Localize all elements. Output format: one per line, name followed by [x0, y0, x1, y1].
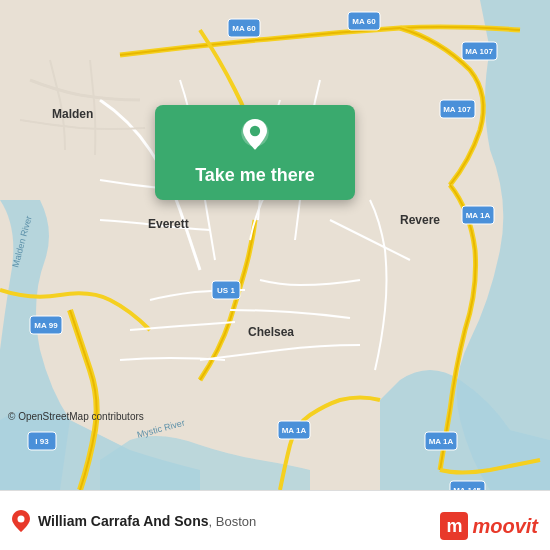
moovit-m-icon: m — [440, 512, 468, 540]
bottom-bar: William Carrafa And Sons, Boston m moovi… — [0, 490, 550, 550]
svg-text:MA 107: MA 107 — [465, 47, 493, 56]
svg-text:MA 60: MA 60 — [232, 24, 256, 33]
svg-text:MA 145: MA 145 — [453, 486, 481, 490]
place-city: Boston — [216, 514, 256, 529]
svg-text:Everett: Everett — [148, 217, 189, 231]
place-info: William Carrafa And Sons, Boston — [38, 512, 256, 530]
place-city-separator: , — [209, 514, 216, 529]
svg-text:US 1: US 1 — [217, 286, 235, 295]
svg-text:I 93: I 93 — [35, 437, 49, 446]
svg-text:MA 1A: MA 1A — [466, 211, 491, 220]
svg-text:MA 60: MA 60 — [352, 17, 376, 26]
svg-text:MA 107: MA 107 — [443, 105, 471, 114]
place-name: William Carrafa And Sons — [38, 513, 209, 529]
map-container: MA 60 MA 60 MA 107 MA 107 MA 1A US 1 MA … — [0, 0, 550, 490]
take-me-there-label: Take me there — [195, 165, 315, 186]
svg-text:Chelsea: Chelsea — [248, 325, 294, 339]
svg-point-32 — [18, 515, 25, 522]
osm-attribution: © OpenStreetMap contributors — [8, 411, 144, 422]
svg-text:MA 1A: MA 1A — [282, 426, 307, 435]
svg-text:Malden: Malden — [52, 107, 93, 121]
svg-text:MA 99: MA 99 — [34, 321, 58, 330]
moovit-logo: m moovit — [440, 512, 538, 540]
svg-text:Revere: Revere — [400, 213, 440, 227]
moovit-text: moovit — [472, 515, 538, 538]
location-pin-small-icon — [12, 510, 30, 532]
svg-text:MA 1A: MA 1A — [429, 437, 454, 446]
take-me-there-popup[interactable]: Take me there — [155, 105, 355, 200]
svg-point-31 — [250, 126, 260, 136]
location-pin-icon — [237, 119, 273, 155]
